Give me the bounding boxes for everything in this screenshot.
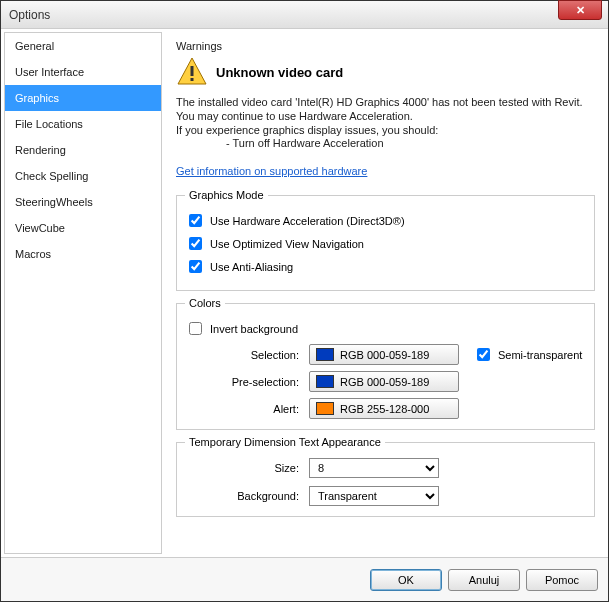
sidebar-item-label: File Locations xyxy=(15,118,83,130)
sidebar-item-file-locations[interactable]: File Locations xyxy=(5,111,161,137)
sidebar-item-general[interactable]: General xyxy=(5,33,161,59)
dialog-footer: OK Anuluj Pomoc xyxy=(1,557,608,601)
warning-text: The installed video card 'Intel(R) HD Gr… xyxy=(176,96,595,151)
semi-transparent-checkbox[interactable] xyxy=(477,348,490,361)
content-pane: Warnings Unknown video card The installe… xyxy=(162,32,605,554)
warning-icon xyxy=(176,56,208,88)
category-sidebar: General User Interface Graphics File Loc… xyxy=(4,32,162,554)
close-icon: ✕ xyxy=(576,4,585,17)
anti-aliasing-label: Use Anti-Aliasing xyxy=(210,261,293,273)
options-dialog: Options ✕ General User Interface Graphic… xyxy=(0,0,609,602)
temp-dimension-group: Temporary Dimension Text Appearance Size… xyxy=(176,436,595,517)
titlebar: Options ✕ xyxy=(1,1,608,29)
warning-header: Unknown video card xyxy=(176,56,595,88)
sidebar-item-graphics[interactable]: Graphics xyxy=(5,85,161,111)
hw-accel-checkbox[interactable] xyxy=(189,214,202,227)
size-select[interactable]: 8 xyxy=(309,458,439,478)
preselection-color-label: Pre-selection: xyxy=(185,376,303,388)
sidebar-item-check-spelling[interactable]: Check Spelling xyxy=(5,163,161,189)
size-label: Size: xyxy=(185,462,303,474)
sidebar-item-label: Graphics xyxy=(15,92,59,104)
sidebar-item-user-interface[interactable]: User Interface xyxy=(5,59,161,85)
alert-color-value: RGB 255-128-000 xyxy=(340,403,429,415)
optimized-nav-label: Use Optimized View Navigation xyxy=(210,238,364,250)
invert-background-checkbox[interactable] xyxy=(189,322,202,335)
sidebar-item-steeringwheels[interactable]: SteeringWheels xyxy=(5,189,161,215)
supported-hardware-link[interactable]: Get information on supported hardware xyxy=(176,165,367,177)
warnings-label: Warnings xyxy=(176,40,595,52)
sidebar-item-label: Rendering xyxy=(15,144,66,156)
background-select[interactable]: Transparent xyxy=(309,486,439,506)
graphics-mode-group: Graphics Mode Use Hardware Acceleration … xyxy=(176,189,595,291)
graphics-mode-legend: Graphics Mode xyxy=(185,189,268,201)
help-button[interactable]: Pomoc xyxy=(526,569,598,591)
sidebar-item-label: Macros xyxy=(15,248,51,260)
svg-rect-1 xyxy=(191,66,194,76)
sidebar-item-rendering[interactable]: Rendering xyxy=(5,137,161,163)
warning-title: Unknown video card xyxy=(216,65,343,80)
sidebar-item-label: User Interface xyxy=(15,66,84,78)
selection-color-label: Selection: xyxy=(185,349,303,361)
colors-group: Colors Invert background Selection: RGB … xyxy=(176,297,595,430)
sidebar-item-label: SteeringWheels xyxy=(15,196,93,208)
alert-swatch xyxy=(316,402,334,415)
anti-aliasing-checkbox[interactable] xyxy=(189,260,202,273)
background-label: Background: xyxy=(185,490,303,502)
hw-accel-label: Use Hardware Acceleration (Direct3D®) xyxy=(210,215,405,227)
preselection-color-value: RGB 000-059-189 xyxy=(340,376,429,388)
svg-rect-2 xyxy=(191,78,194,81)
colors-legend: Colors xyxy=(185,297,225,309)
warn-line: You may continue to use Hardware Acceler… xyxy=(176,110,595,124)
selection-swatch xyxy=(316,348,334,361)
sidebar-item-macros[interactable]: Macros xyxy=(5,241,161,267)
optimized-nav-checkbox[interactable] xyxy=(189,237,202,250)
sidebar-item-viewcube[interactable]: ViewCube xyxy=(5,215,161,241)
warn-line: The installed video card 'Intel(R) HD Gr… xyxy=(176,96,595,110)
close-button[interactable]: ✕ xyxy=(558,0,602,20)
invert-background-label: Invert background xyxy=(210,323,298,335)
preselection-swatch xyxy=(316,375,334,388)
alert-color-label: Alert: xyxy=(185,403,303,415)
selection-color-value: RGB 000-059-189 xyxy=(340,349,429,361)
dialog-body: General User Interface Graphics File Loc… xyxy=(1,29,608,557)
alert-color-button[interactable]: RGB 255-128-000 xyxy=(309,398,459,419)
preselection-color-button[interactable]: RGB 000-059-189 xyxy=(309,371,459,392)
sidebar-item-label: ViewCube xyxy=(15,222,65,234)
temp-dimension-legend: Temporary Dimension Text Appearance xyxy=(185,436,385,448)
selection-color-button[interactable]: RGB 000-059-189 xyxy=(309,344,459,365)
ok-button[interactable]: OK xyxy=(370,569,442,591)
semi-transparent-label: Semi-transparent xyxy=(498,349,582,361)
sidebar-item-label: Check Spelling xyxy=(15,170,88,182)
sidebar-item-label: General xyxy=(15,40,54,52)
cancel-button[interactable]: Anuluj xyxy=(448,569,520,591)
window-title: Options xyxy=(9,8,50,22)
warn-line: - Turn off Hardware Acceleration xyxy=(176,137,595,151)
warn-line: If you experience graphics display issue… xyxy=(176,124,595,138)
